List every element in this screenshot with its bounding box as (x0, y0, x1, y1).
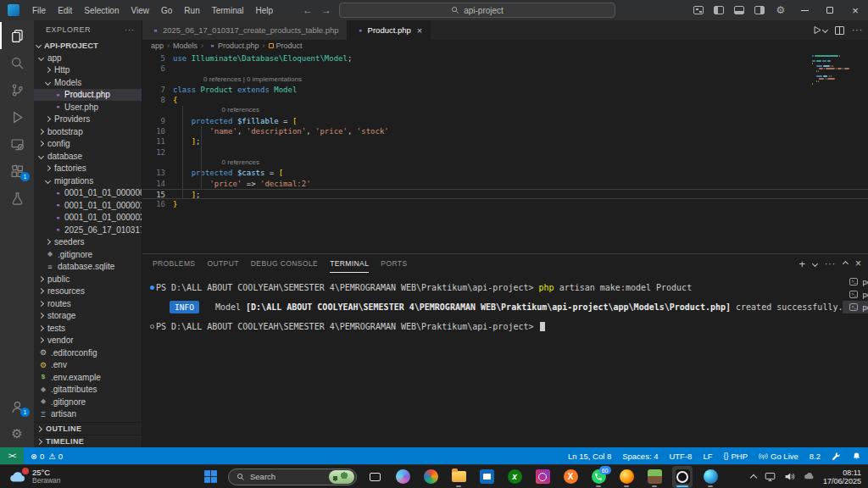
taskbar-clock[interactable]: 08:11 17/06/2025 (823, 469, 861, 485)
toggle-panel-icon[interactable] (734, 6, 744, 14)
command-center-search[interactable]: api-project (339, 3, 615, 18)
tree-file-0001-01-01-000000-cre-[interactable]: 0001_01_01_000000_cre... (34, 187, 142, 200)
menu-go[interactable]: Go (155, 6, 178, 15)
tree-folder-models[interactable]: Models (34, 76, 142, 89)
extensions-icon[interactable]: 1 (0, 158, 34, 185)
taskbar-app-m365[interactable] (420, 466, 441, 488)
menu-terminal[interactable]: Terminal (206, 6, 250, 15)
menu-selection[interactable]: Selection (78, 6, 125, 15)
code-line[interactable]: 5use Illuminate\Database\Eloquent\Model; (142, 53, 868, 64)
toggle-primary-sidebar-icon[interactable] (714, 6, 724, 14)
tree-file--env[interactable]: .env (34, 359, 142, 372)
status-encoding[interactable]: UTF-8 (669, 452, 692, 461)
codelens-row[interactable]: 0 references | 0 implementations (142, 75, 868, 85)
taskbar-app-firefox[interactable] (616, 466, 637, 488)
code-editor[interactable]: 5use Illuminate\Database\Eloquent\Model;… (142, 52, 868, 253)
status-indentation[interactable]: Spaces: 4 (622, 452, 658, 461)
code-line[interactable]: 8{ (142, 95, 868, 105)
tree-folder-resources[interactable]: resources (34, 286, 142, 298)
volume-icon[interactable] (784, 471, 795, 482)
remote-indicator[interactable]: >< (0, 447, 24, 464)
explorer-icon[interactable] (0, 22, 34, 49)
codelens-row[interactable]: 0 references (142, 105, 868, 115)
tree-folder-app[interactable]: app (34, 52, 142, 64)
taskbar-search-box[interactable]: Search (228, 469, 357, 485)
status-language-mode[interactable]: {}PHP (723, 452, 748, 461)
nav-forward-icon[interactable]: → (321, 4, 331, 16)
tree-file--gitattributes[interactable]: .gitattributes (34, 384, 142, 396)
panel-tab-problems[interactable]: PROBLEMS (153, 254, 195, 273)
tree-file--gitignore[interactable]: .gitignore (34, 248, 142, 261)
panel-tab-ports[interactable]: PORTS (381, 254, 407, 273)
settings-icon[interactable]: ⚙ (0, 420, 34, 447)
tree-folder-routes[interactable]: routes (34, 297, 142, 310)
tree-file-2025-06-17-010317-cre-[interactable]: 2025_06_17_010317_cre... (34, 224, 142, 236)
codelens-link[interactable]: 0 references (173, 105, 259, 115)
code-line[interactable]: 7class Product extends Model (142, 85, 868, 95)
panel-tab-debug-console[interactable]: DEBUG CONSOLE (251, 254, 318, 273)
search-icon[interactable] (0, 49, 34, 76)
breadcrumb-item[interactable]: Product (276, 42, 303, 50)
tree-file-database-sqlite[interactable]: database.sqlite (34, 261, 142, 274)
taskbar-app-store[interactable] (476, 466, 497, 488)
split-editor-icon[interactable] (835, 26, 844, 35)
run-dropdown-icon[interactable] (822, 27, 828, 33)
breadcrumb-item[interactable]: app (151, 42, 164, 50)
customize-layout-icon[interactable] (693, 6, 704, 14)
tree-file-user-php[interactable]: User.php (34, 101, 142, 114)
tree-folder-bootstrap[interactable]: bootstrap (34, 125, 142, 138)
menu-help[interactable]: Help (250, 6, 280, 15)
taskbar-app-edge[interactable] (700, 466, 721, 488)
toggle-secondary-sidebar-icon[interactable] (754, 6, 765, 14)
onedrive-icon[interactable] (804, 471, 815, 482)
tree-file--gitignore[interactable]: .gitignore (34, 396, 142, 408)
editor-more-actions-icon[interactable]: ··· (852, 25, 863, 35)
tree-folder-migrations[interactable]: migrations (34, 175, 142, 187)
remote-explorer-icon[interactable] (0, 130, 34, 158)
tree-folder-tests[interactable]: tests (34, 322, 142, 335)
hidden-icons-chevron-icon[interactable] (750, 474, 757, 481)
terminal-output[interactable]: PS D:\ALL ABOUT COOLYEAH\SEMESTER 4\PEMR… (142, 273, 843, 447)
breadcrumb[interactable]: app›Models›Product.php›Product (142, 40, 868, 52)
code-line[interactable]: 13 protected $casts = [ (142, 168, 868, 178)
tree-file-artisan[interactable]: artisan (34, 408, 142, 421)
terminal-session-powershell[interactable]: >_powershell (843, 275, 868, 288)
run-debug-icon[interactable] (0, 103, 34, 130)
tree-folder-seeders[interactable]: seeders (34, 236, 142, 249)
nav-back-icon[interactable]: ← (303, 4, 313, 16)
status-eol[interactable]: LF (703, 452, 712, 461)
minimize-button[interactable] (792, 0, 817, 20)
tab-2025-06-17-010317-create-products-table-php[interactable]: 2025_06_17_010317_create_products_table.… (142, 20, 348, 40)
taskbar-app-instagram[interactable] (532, 466, 553, 488)
breadcrumb-item[interactable]: Models (173, 42, 198, 50)
minimap[interactable] (812, 55, 860, 86)
run-file-button[interactable] (811, 25, 827, 36)
code-line[interactable]: 15 ]; (142, 189, 868, 199)
terminal-session-powershell[interactable]: >_powershell (843, 301, 868, 313)
terminal-profile-dropdown-icon[interactable] (812, 260, 818, 266)
close-tab-icon[interactable]: × (417, 25, 422, 36)
close-button[interactable]: × (843, 0, 868, 20)
panel-more-actions-icon[interactable]: ··· (825, 259, 836, 269)
code-line[interactable]: 14 'price' => 'decimal:2' (142, 179, 868, 189)
tree-folder-http[interactable]: Http (34, 64, 142, 77)
taskbar-app-folder[interactable] (448, 466, 469, 488)
tree-folder-config[interactable]: config (34, 138, 142, 151)
section-outline[interactable]: OUTLINE (34, 422, 142, 435)
accounts-icon[interactable]: 1 (0, 393, 34, 420)
taskbar-app-minecraft[interactable] (644, 466, 665, 488)
vscode-logo-icon[interactable] (8, 4, 19, 16)
status-php-version[interactable]: 8.2 (810, 452, 821, 461)
code-line[interactable]: 9 protected $fillable = [ (142, 116, 868, 126)
tree-file--env-example[interactable]: .env.example (34, 371, 142, 384)
status-go-live[interactable]: Go Live (759, 452, 798, 461)
taskbar-app-whatsapp[interactable]: 60 (588, 466, 609, 488)
tree-file--editorconfig[interactable]: .editorconfig (34, 347, 142, 359)
code-line[interactable]: 10 'name', 'description', 'price', 'stoc… (142, 126, 868, 136)
tab-product-php[interactable]: Product.php× (348, 20, 431, 40)
taskbar-app-xampp[interactable]: X (560, 466, 581, 488)
workspace-root-folder[interactable]: API-PROJECT (34, 38, 142, 52)
status-cursor-position[interactable]: Ln 15, Col 8 (568, 452, 611, 461)
menu-edit[interactable]: Edit (52, 6, 78, 15)
taskbar-app-copilot[interactable] (392, 466, 413, 488)
